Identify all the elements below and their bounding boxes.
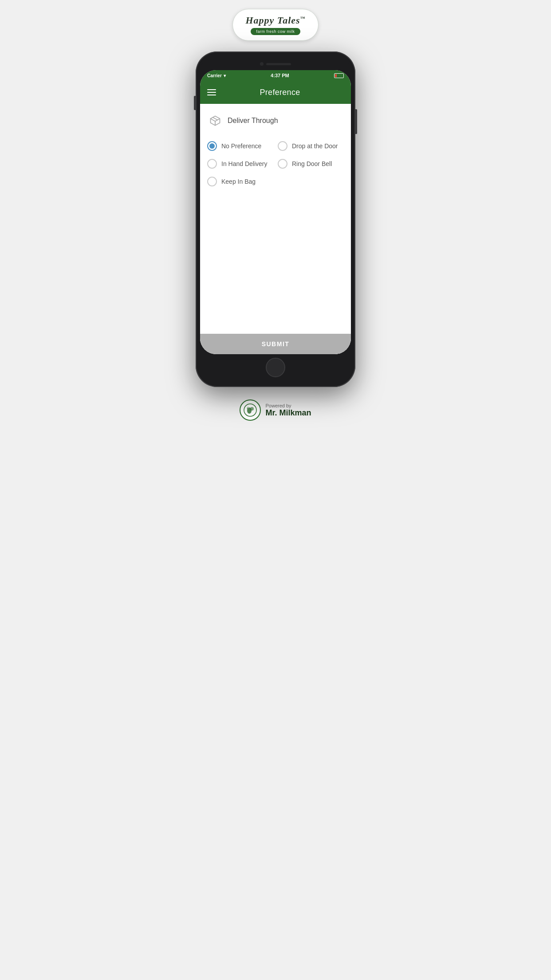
radio-no-preference[interactable] (207, 141, 217, 151)
option-in-hand-delivery[interactable]: In Hand Delivery (207, 159, 273, 169)
option-label-keep-in-bag: Keep In Bag (221, 178, 256, 185)
wifi-icon: ▾ (224, 73, 226, 78)
status-bar: Carrier ▾ 4:37 PM (200, 70, 351, 81)
status-time: 4:37 PM (271, 73, 289, 78)
page-title: Preference (216, 88, 344, 97)
submit-bar[interactable]: SUBMIT (200, 334, 351, 354)
footer: Powered by Mr. Milkman (240, 399, 311, 421)
milkman-logo (240, 399, 261, 421)
option-keep-in-bag[interactable]: Keep In Bag (207, 177, 273, 186)
options-grid: No Preference Drop at the Door In Hand D… (207, 141, 344, 186)
battery-indicator (334, 73, 344, 78)
footer-text: Powered by Mr. Milkman (265, 403, 311, 418)
phone-frame: Carrier ▾ 4:37 PM Preference (196, 51, 355, 387)
logo-title-text: Happy Tales (245, 15, 300, 26)
radio-ring-door-bell[interactable] (278, 159, 287, 169)
radio-drop-at-door[interactable] (278, 141, 287, 151)
option-no-preference[interactable]: No Preference (207, 141, 273, 151)
carrier-text: Carrier ▾ (207, 73, 226, 78)
phone-screen: Carrier ▾ 4:37 PM Preference (200, 70, 351, 354)
logo-badge: Happy Tales™ farm fresh cow milk (232, 9, 318, 41)
hamburger-line-1 (207, 89, 216, 90)
logo-container: Happy Tales™ farm fresh cow milk (232, 9, 318, 41)
logo-title: Happy Tales™ (245, 15, 305, 26)
hamburger-line-3 (207, 95, 216, 95)
option-label-ring-door-bell: Ring Door Bell (292, 160, 332, 167)
phone-top-bar (200, 58, 351, 70)
svg-point-2 (250, 407, 254, 411)
home-button[interactable] (266, 358, 285, 377)
carrier-label: Carrier (207, 73, 222, 78)
phone-speaker (266, 63, 291, 65)
content-scroll: Deliver Through No Preference Drop at th… (200, 104, 351, 334)
phone-bottom (200, 354, 351, 381)
option-ring-door-bell[interactable]: Ring Door Bell (278, 159, 344, 169)
phone-camera (260, 62, 264, 66)
logo-subtitle: farm fresh cow milk (251, 28, 300, 35)
app-header: Preference (200, 81, 351, 104)
app-content: Deliver Through No Preference Drop at th… (200, 104, 351, 354)
option-drop-at-door[interactable]: Drop at the Door (278, 141, 344, 151)
battery-fill (335, 74, 337, 77)
box-icon (207, 113, 223, 129)
battery-body (334, 73, 344, 78)
powered-by-label: Powered by (265, 403, 311, 408)
logo-trademark: ™ (300, 16, 306, 21)
submit-button[interactable]: SUBMIT (206, 340, 345, 348)
option-label-in-hand-delivery: In Hand Delivery (221, 160, 268, 167)
option-label-no-preference: No Preference (221, 142, 261, 150)
radio-keep-in-bag[interactable] (207, 177, 217, 186)
section-header: Deliver Through (207, 113, 344, 132)
menu-button[interactable] (207, 89, 216, 95)
section-label: Deliver Through (228, 117, 278, 125)
brand-name: Mr. Milkman (265, 408, 311, 418)
radio-in-hand-delivery[interactable] (207, 159, 217, 169)
option-label-drop-at-door: Drop at the Door (292, 142, 338, 150)
hamburger-line-2 (207, 92, 216, 93)
